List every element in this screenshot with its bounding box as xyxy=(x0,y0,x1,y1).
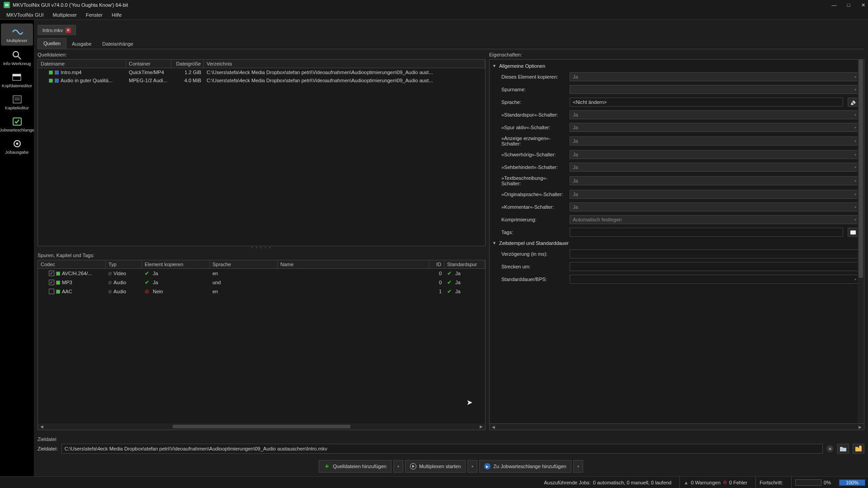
dest-path-input[interactable] xyxy=(61,444,823,454)
progress-current-text: 0% xyxy=(824,480,831,485)
menu-help[interactable]: Hilfe xyxy=(108,11,125,19)
prop-tags-label: Tags: xyxy=(492,230,567,235)
magnifier-icon xyxy=(11,49,24,61)
header-editor-icon xyxy=(11,71,24,83)
tool-header-editor[interactable]: Kopfdateneditor xyxy=(0,69,34,91)
subtab-bar: Quellen Ausgabe Dateianhänge xyxy=(38,38,864,49)
prop-visual-label: »Sehbehindert«-Schalter: xyxy=(492,164,567,170)
menu-multiplexer[interactable]: Multiplexer xyxy=(49,11,80,19)
subtab-quellen[interactable]: Quellen xyxy=(38,38,66,49)
col-id[interactable]: ID xyxy=(429,260,444,268)
titlebar: MKVToolNix GUI v74.0.0 ('You Oughta Know… xyxy=(0,0,868,10)
add-queue-button[interactable]: ▸Zu Jobwarteschlange hinzufügen xyxy=(479,460,571,473)
prop-copy-field[interactable]: Ja▾ xyxy=(570,72,859,81)
prop-stretch-field[interactable] xyxy=(570,262,859,271)
tool-multiplexer[interactable]: Multiplexer xyxy=(1,23,33,46)
col-codec[interactable]: Codec xyxy=(38,260,106,268)
prop-default-field[interactable]: Ja▾ xyxy=(570,110,859,119)
tool-job-output[interactable]: Jobausgabe xyxy=(0,135,34,157)
svg-line-2 xyxy=(18,56,21,59)
add-sources-button[interactable]: ＋Quelldateien hinzufügen xyxy=(319,460,392,473)
splitter[interactable]: • • • • • xyxy=(38,246,486,250)
track-row[interactable]: MP3⎚AudioJaund0Ja xyxy=(38,278,485,287)
prop-textdesc-field[interactable]: Ja▾ xyxy=(570,176,859,185)
source-file-row[interactable]: Intro.mp4QuickTime/MP41.2 GiBC:\Users\st… xyxy=(38,68,485,76)
source-file-row[interactable]: Audio in guter Qualitä...MPEG-1/2 Audi..… xyxy=(38,76,485,84)
tool-info[interactable]: Info-Werkzeug xyxy=(0,47,34,69)
maximize-button[interactable]: □ xyxy=(845,2,852,8)
subtab-anhange[interactable]: Dateianhänge xyxy=(97,39,139,49)
dest-recent-button[interactable] xyxy=(853,444,864,454)
prop-language-field[interactable]: <Nicht ändern> xyxy=(570,98,843,107)
start-mux-button[interactable]: Multiplexen starten xyxy=(405,460,466,473)
group-general[interactable]: ▼Allgemeine Optionen xyxy=(491,61,859,70)
svg-rect-5 xyxy=(13,96,21,103)
tool-job-queue[interactable]: Jobwarteschlange xyxy=(0,113,34,135)
group-timestamps[interactable]: ▼Zeitstempel und Standarddauer xyxy=(491,239,859,248)
start-mux-dropdown[interactable]: ▾ xyxy=(467,460,477,473)
prop-language-label: Sprache: xyxy=(492,99,567,105)
title-text: MKVToolNix GUI v74.0.0 ('You Oughta Know… xyxy=(13,2,128,8)
progress-current xyxy=(795,479,821,486)
language-edit-button[interactable] xyxy=(848,98,859,107)
chevron-down-icon: ▼ xyxy=(492,241,496,245)
track-checkbox[interactable] xyxy=(49,271,54,276)
col-name[interactable]: Name xyxy=(278,260,429,268)
properties-label: Eigenschaften: xyxy=(489,49,864,59)
track-checkbox[interactable] xyxy=(49,280,54,285)
prop-origlang-field[interactable]: Ja▾ xyxy=(570,190,859,199)
col-sprache[interactable]: Sprache xyxy=(210,260,278,268)
track-row[interactable]: AAC⎚AudioNeinen1Ja xyxy=(38,287,485,296)
dest-label: Zieldatei: xyxy=(38,446,58,451)
prop-active-field[interactable]: Ja▾ xyxy=(570,123,859,132)
track-checkbox[interactable] xyxy=(49,289,54,294)
source-files-table[interactable]: Dateiname Container Dateigröße Verzeichn… xyxy=(38,59,486,246)
multiplexer-icon xyxy=(11,26,24,38)
source-files-label: Quelldateien: xyxy=(38,49,486,59)
prop-forced-field[interactable]: Ja▾ xyxy=(570,136,859,145)
tags-browse-button[interactable] xyxy=(848,228,859,237)
tab-intro[interactable]: Intro.mkv ✕ xyxy=(38,25,76,35)
col-filename[interactable]: Dateiname xyxy=(38,60,126,68)
prop-commentary-field[interactable]: Ja▾ xyxy=(570,202,859,211)
prop-delay-label: Verzögerung (in ms): xyxy=(492,251,567,257)
menu-app[interactable]: MKVToolNix GUI xyxy=(3,11,47,19)
error-icon: ⊘ xyxy=(723,479,727,485)
menubar: MKVToolNix GUI Multiplexer Fenster Hilfe xyxy=(0,10,868,20)
prop-commentary-label: »Kommentar«-Schalter: xyxy=(492,204,567,210)
prop-duration-field[interactable]: ▾ xyxy=(570,275,859,284)
col-kopieren[interactable]: Element kopieren xyxy=(142,260,210,268)
prop-tags-field[interactable] xyxy=(570,228,843,237)
yes-icon xyxy=(447,288,453,295)
action-bar: ＋Quelldateien hinzufügen ▾ Multiplexen s… xyxy=(38,456,864,476)
prop-hearing-field[interactable]: Ja▾ xyxy=(570,150,859,159)
col-container[interactable]: Container xyxy=(126,60,171,68)
v-scrollbar[interactable] xyxy=(858,60,864,423)
close-button[interactable]: ✕ xyxy=(860,2,866,8)
type-icon: ⎚ xyxy=(108,271,112,276)
col-size[interactable]: Dateigröße xyxy=(171,60,204,68)
minimize-button[interactable]: — xyxy=(831,2,837,8)
dest-clear-button[interactable]: ✕ xyxy=(826,445,834,452)
dest-browse-button[interactable] xyxy=(837,444,849,454)
h-scrollbar[interactable]: ◄► xyxy=(38,423,485,430)
prop-trackname-field[interactable]: ▾ xyxy=(570,85,859,94)
track-row[interactable]: AVC/H.264/...⎚VideoJaen0Ja xyxy=(38,269,485,278)
add-sources-dropdown[interactable]: ▾ xyxy=(393,460,403,473)
prop-delay-field[interactable] xyxy=(570,249,859,258)
props-h-scrollbar[interactable]: ◄► xyxy=(489,424,864,430)
svg-rect-11 xyxy=(850,230,856,235)
type-icon: ⎚ xyxy=(108,289,112,294)
subtab-ausgabe[interactable]: Ausgabe xyxy=(66,39,97,49)
menu-window[interactable]: Fenster xyxy=(82,11,106,19)
tab-close-button[interactable]: ✕ xyxy=(66,28,71,33)
col-typ[interactable]: Typ xyxy=(106,260,142,268)
col-standard[interactable]: Standardspur xyxy=(444,260,485,268)
tool-chapter-editor[interactable]: Kapiteleditor xyxy=(0,91,34,113)
add-queue-dropdown[interactable]: ▾ xyxy=(573,460,583,473)
prop-copy-label: Dieses Element kopieren: xyxy=(492,74,567,80)
prop-visual-field[interactable]: Ja▾ xyxy=(570,163,859,172)
tracks-table[interactable]: Codec Typ Element kopieren Sprache Name … xyxy=(38,260,486,430)
prop-compression-field[interactable]: Automatisch festlegen▾ xyxy=(570,215,859,224)
col-dir[interactable]: Verzeichnis xyxy=(204,60,485,68)
